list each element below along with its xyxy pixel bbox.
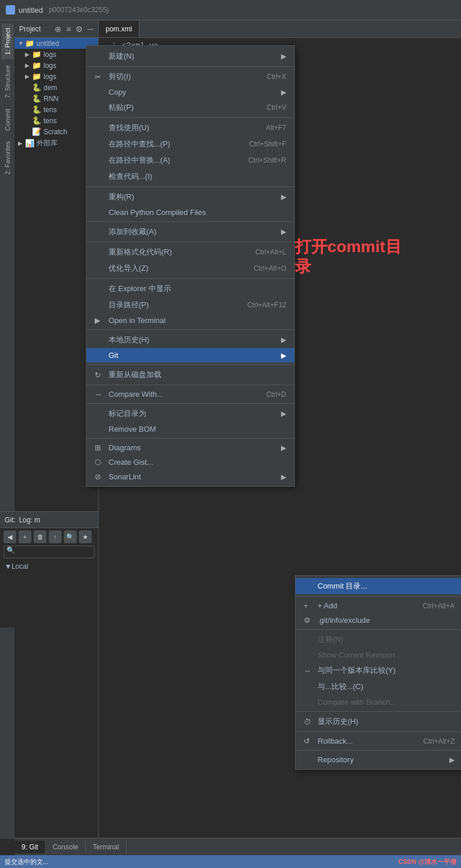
- shortcut-text: Ctrl+X: [266, 73, 286, 81]
- scratch-icon: 📝: [32, 127, 41, 136]
- git-menu-item-rollback[interactable]: ↺ Rollback... Ctrl+Alt+Z: [296, 734, 461, 748]
- git-menu-item-exclude[interactable]: ⚙ .git/info/exclude: [296, 613, 461, 627]
- menu-label: 粘贴(P): [109, 102, 134, 113]
- menu-item-reload[interactable]: ↻ 重新从磁盘加载: [87, 367, 294, 383]
- tree-label: logs: [44, 62, 56, 70]
- menu-item-show-explorer[interactable]: 在 Explorer 中显示: [87, 281, 294, 297]
- git-menu-item-compare-dots[interactable]: 与...比较...(C): [296, 679, 461, 695]
- menu-label: Diagrams: [109, 443, 141, 452]
- editor-tab-pom[interactable]: pom.xml: [99, 21, 139, 37]
- tree-label: Scratch: [44, 128, 67, 136]
- arrow-icon: ▶: [281, 228, 286, 236]
- compare-icon: ↔: [95, 390, 106, 399]
- git-search-input[interactable]: [6, 546, 92, 554]
- context-menu-git: Commit 目录... + + Add Ctrl+Alt+A ⚙ .git/i…: [295, 575, 461, 770]
- menu-item-remove-bom[interactable]: Remove BOM: [87, 422, 294, 436]
- menu-item-local-history[interactable]: 本地历史(H) ▶: [87, 332, 294, 348]
- panel-header-icons: ⊕ ≡ ⚙ ─: [55, 24, 93, 34]
- menu-item-open-terminal[interactable]: ▶ Open in Terminal: [87, 313, 294, 328]
- panel-header: Project ⊕ ≡ ⚙ ─: [15, 20, 98, 38]
- git-star-button[interactable]: ★: [79, 530, 92, 543]
- menu-label: Compare with Branch...: [318, 698, 397, 706]
- menu-item-mark-as[interactable]: 标记目录为 ▶: [87, 406, 294, 422]
- menu-item-replace-in-path[interactable]: 在路径中替换...(A) Ctrl+Shift+R: [87, 152, 294, 168]
- separator: [87, 186, 294, 187]
- git-add-button[interactable]: +: [19, 530, 31, 543]
- separator: [296, 711, 461, 712]
- separator: [296, 629, 461, 630]
- git-menu-item-show-revision[interactable]: Show Current Revision: [296, 648, 461, 662]
- tab-git[interactable]: 9: Git: [15, 841, 46, 853]
- collapse-icon[interactable]: ≡: [66, 24, 71, 34]
- menu-label: Git: [109, 351, 118, 360]
- panel-title: Project: [19, 25, 41, 33]
- python-icon: 🐍: [32, 83, 41, 92]
- menu-item-cut[interactable]: ✂ 剪切(I) Ctrl+X: [87, 69, 294, 85]
- compare-same-icon: ↔: [304, 666, 315, 675]
- git-menu-item-compare-same[interactable]: ↔ 与同一个版本库比较(Y): [296, 662, 461, 679]
- close-panel-icon[interactable]: ─: [88, 24, 93, 34]
- git-delete-button[interactable]: 🗑: [34, 530, 46, 543]
- sidebar-item-commit[interactable]: Commit: [2, 104, 13, 135]
- menu-item-refactor[interactable]: 重构(R) ▶: [87, 189, 294, 205]
- menu-item-compare-with[interactable]: ↔ Compare With... Ctrl+D: [87, 387, 294, 401]
- menu-item-dir-path[interactable]: 目录路径(P) Ctrl+Alt+F12: [87, 297, 294, 313]
- sidebar-item-structure[interactable]: 7: Structure: [2, 60, 13, 103]
- git-back-button[interactable]: ◀: [3, 530, 16, 543]
- arrow-icon: ▶: [281, 52, 286, 60]
- git-menu-item-add[interactable]: + + Add Ctrl+Alt+A: [296, 598, 461, 613]
- git-arrow-button[interactable]: ↑: [49, 530, 62, 543]
- menu-item-inspect-code[interactable]: 检查代码...(I): [87, 168, 294, 185]
- sonarlint-icon: ⊘: [95, 472, 106, 481]
- git-menu-item-repository[interactable]: Repository ▶: [296, 752, 461, 767]
- shortcut-text: Ctrl+Alt+L: [255, 248, 286, 256]
- menu-item-optimize-imports[interactable]: 优化导入(Z) Ctrl+Alt+O: [87, 260, 294, 277]
- git-branch-local[interactable]: ▼ Local: [0, 561, 98, 572]
- app-icon: [6, 5, 15, 15]
- git-menu-item-compare-branch[interactable]: Compare with Branch...: [296, 695, 461, 709]
- tab-terminal[interactable]: Terminal: [86, 841, 127, 853]
- git-menu-item-show-history[interactable]: ⏱ 显示历史(H): [296, 713, 461, 730]
- sidebar-item-favorites[interactable]: 2: Favorites: [2, 137, 13, 179]
- sidebar-item-project[interactable]: 1: Project: [2, 23, 13, 59]
- git-menu-item-commit-dir[interactable]: Commit 目录...: [296, 578, 461, 594]
- menu-item-add-favorites[interactable]: 添加到收藏(A) ▶: [87, 224, 294, 240]
- terminal-icon: ▶: [95, 316, 106, 325]
- menu-label: Commit 目录...: [318, 581, 367, 591]
- tree-label: untitled: [37, 40, 59, 48]
- menu-item-create-gist[interactable]: ⬡ Create Gist...: [87, 455, 294, 469]
- git-search-button[interactable]: 🔍: [64, 530, 77, 543]
- menu-item-git[interactable]: Git ▶: [87, 348, 294, 363]
- branch-label: Local: [12, 562, 28, 571]
- tree-arrow: ▶: [25, 73, 32, 80]
- menu-label: 在 Explorer 中显示: [109, 284, 171, 294]
- menu-item-find-usages[interactable]: 查找使用(U) Alt+F7: [87, 120, 294, 136]
- gear-icon: ⚙: [304, 616, 315, 625]
- menu-item-paste[interactable]: 粘贴(P) Ctrl+V: [87, 99, 294, 116]
- locate-icon[interactable]: ⊕: [55, 24, 62, 34]
- tree-arrow: ▼: [18, 40, 25, 46]
- menu-label: 在路径中查找...(P): [109, 139, 170, 149]
- top-bar: untitled p0007243e0c3255): [0, 0, 461, 20]
- menu-label: Repository: [318, 755, 354, 764]
- menu-label: 重新格式化代码(R): [109, 247, 172, 257]
- menu-item-new[interactable]: 新建(N) ▶: [87, 48, 294, 64]
- app-title: untitled: [19, 6, 43, 15]
- tree-label: RNN: [44, 95, 59, 103]
- menu-item-find-in-path[interactable]: 在路径中查找...(P) Ctrl+Shift+F: [87, 136, 294, 152]
- menu-item-diagrams[interactable]: ⊞ Diagrams ▶: [87, 440, 294, 455]
- menu-label: 重构(R): [109, 192, 134, 202]
- history-icon: ⏱: [304, 718, 315, 726]
- tree-arrow: ▶: [25, 62, 32, 69]
- folder-icon: 📁: [25, 39, 34, 48]
- separator: [87, 278, 294, 279]
- menu-label: 本地历史(H): [109, 335, 149, 345]
- menu-label: .git/info/exclude: [318, 616, 370, 625]
- tab-console[interactable]: Console: [46, 841, 86, 853]
- menu-item-copy[interactable]: Copy ▶: [87, 85, 294, 99]
- menu-item-sonarlint[interactable]: ⊘ SonarLint ▶: [87, 469, 294, 484]
- menu-item-clean-python[interactable]: Clean Python Compiled Files: [87, 205, 294, 220]
- git-menu-item-annotation[interactable]: 注释(N): [296, 632, 461, 648]
- settings-icon[interactable]: ⚙: [75, 24, 83, 34]
- menu-item-reformat[interactable]: 重新格式化代码(R) Ctrl+Alt+L: [87, 244, 294, 260]
